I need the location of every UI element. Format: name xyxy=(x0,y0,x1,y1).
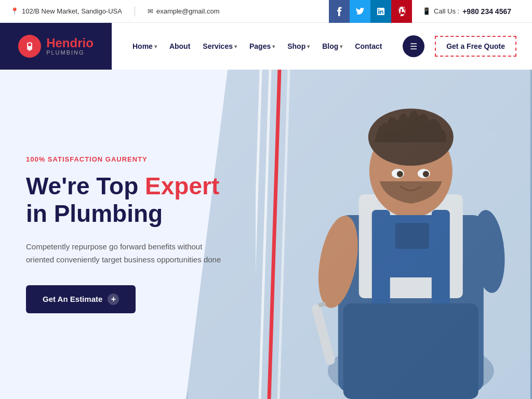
brand-sub: Plumbing xyxy=(46,49,94,56)
hamburger-button[interactable]: ☰ xyxy=(403,35,424,57)
hero-decorative-lines xyxy=(266,70,308,399)
top-bar: 📍 102/B New Market, Sandigo-USA ✉ exampl… xyxy=(0,0,532,23)
svg-rect-20 xyxy=(343,303,478,399)
address-text: 102/B New Market, Sandigo-USA xyxy=(22,7,122,15)
svg-line-24 xyxy=(269,70,280,399)
nav-about[interactable]: About xyxy=(164,38,195,55)
pinterest-button[interactable] xyxy=(391,0,412,23)
nav-contact[interactable]: Contact xyxy=(350,38,387,55)
nav-pages[interactable]: Pages ▾ xyxy=(244,38,280,55)
hero-section: 100% SATISFACTION GAURENTY We're Top Exp… xyxy=(0,70,532,399)
logo-icon xyxy=(18,35,41,58)
phone-number: +980 234 4567 xyxy=(462,7,511,16)
top-bar-right: 📱 Call Us : +980 234 4567 xyxy=(329,0,522,23)
estimate-label: Get An Estimate xyxy=(43,295,102,303)
nav-home[interactable]: Home ▾ xyxy=(127,38,162,55)
svg-point-11 xyxy=(397,171,403,177)
services-dropdown-arrow: ▾ xyxy=(234,44,237,49)
call-info: 📱 Call Us : +980 234 4567 xyxy=(412,7,522,16)
shop-dropdown-arrow: ▾ xyxy=(307,44,310,49)
phone-icon: 📱 xyxy=(422,7,431,15)
linkedin-button[interactable] xyxy=(370,0,391,23)
home-dropdown-arrow: ▾ xyxy=(154,44,157,49)
svg-rect-2 xyxy=(29,47,31,50)
email-icon: ✉ xyxy=(148,7,153,15)
nav-shop[interactable]: Shop ▾ xyxy=(282,38,315,55)
brand-name: Hendrio xyxy=(46,37,94,49)
logo-text: Hendrio Plumbing xyxy=(46,37,94,56)
hero-content: 100% SATISFACTION GAURENTY We're Top Exp… xyxy=(0,70,266,399)
divider xyxy=(135,6,135,17)
logo-section: Hendrio Plumbing xyxy=(0,23,112,70)
call-label: Call Us : xyxy=(434,7,459,15)
nav-blog[interactable]: Blog ▾ xyxy=(317,38,348,55)
svg-point-12 xyxy=(423,171,429,177)
email-info: ✉ example@gmail.com xyxy=(148,7,220,15)
blog-dropdown-arrow: ▾ xyxy=(340,44,342,49)
location-icon: 📍 xyxy=(10,7,19,15)
email-text: example@gmail.com xyxy=(156,7,220,15)
header: Hendrio Plumbing Home ▾ About Services ▾… xyxy=(0,23,532,70)
top-bar-left: 📍 102/B New Market, Sandigo-USA ✉ exampl… xyxy=(10,6,220,17)
svg-line-25 xyxy=(278,70,289,399)
pages-dropdown-arrow: ▾ xyxy=(272,44,275,49)
twitter-button[interactable] xyxy=(350,0,370,23)
hero-title: We're Top Expert in Plumbing xyxy=(26,172,240,228)
quote-button[interactable]: Get a Free Quote xyxy=(435,36,516,57)
nav-section: Home ▾ About Services ▾ Pages ▾ Shop ▾ B… xyxy=(112,23,532,70)
svg-point-1 xyxy=(28,43,31,46)
nav-services[interactable]: Services ▾ xyxy=(197,38,242,55)
hamburger-icon: ☰ xyxy=(410,42,417,51)
hero-tag: 100% SATISFACTION GAURENTY xyxy=(26,155,240,163)
svg-rect-21 xyxy=(395,223,429,249)
estimate-button[interactable]: Get An Estimate + xyxy=(26,285,136,313)
hero-description: Competently repurpose go forward benefit… xyxy=(26,240,223,267)
facebook-button[interactable] xyxy=(329,0,350,23)
plus-icon: + xyxy=(108,294,119,305)
address-info: 📍 102/B New Market, Sandigo-USA xyxy=(10,7,122,15)
